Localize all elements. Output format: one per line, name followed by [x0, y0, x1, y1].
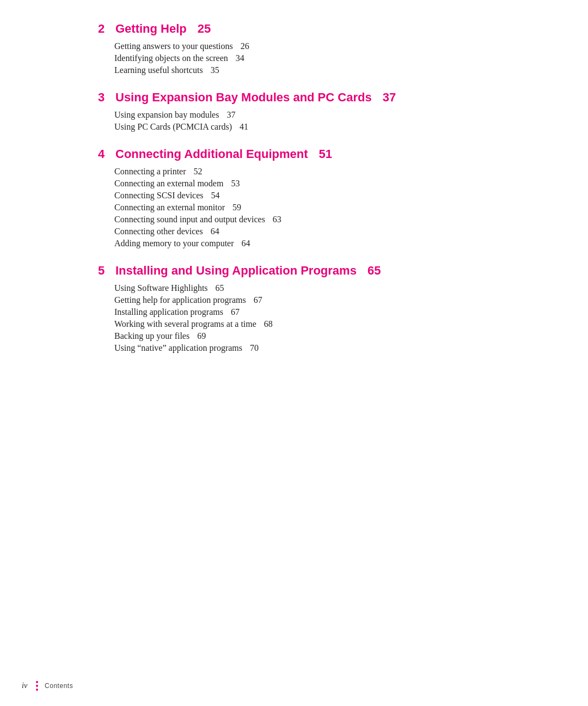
page-footer: iv Contents	[22, 681, 73, 691]
toc-entry: Getting help for application programs67	[114, 295, 534, 305]
toc-entry-text: Connecting a printer	[114, 167, 186, 176]
chapter-section-3: 3Using Expansion Bay Modules and PC Card…	[98, 90, 534, 132]
toc-entry-text: Identifying objects on the screen	[114, 53, 228, 63]
chapter-page-5: 65	[367, 264, 381, 278]
toc-entry: Using PC Cards (PCMCIA cards)41	[114, 122, 534, 132]
toc-entry-page: 41	[240, 122, 248, 132]
page-content: 2Getting Help25Getting answers to your q…	[98, 22, 534, 368]
toc-entry-text: Installing application programs	[114, 307, 223, 317]
chapter-heading-5: 5Installing and Using Application Progra…	[98, 264, 534, 278]
chapter-title-4: Connecting Additional Equipment	[115, 147, 308, 161]
footer-dots-decoration	[36, 681, 38, 691]
toc-entry-page: 59	[232, 203, 241, 212]
toc-entry: Adding memory to your computer64	[114, 239, 534, 248]
toc-entry-text: Getting answers to your questions	[114, 41, 233, 51]
chapter-title-3: Using Expansion Bay Modules and PC Cards	[115, 90, 372, 105]
toc-entry-page: 54	[211, 191, 220, 200]
toc-entry-page: 63	[273, 215, 281, 224]
toc-entry-page: 64	[242, 239, 250, 248]
toc-entry: Learning useful shortcuts35	[114, 65, 534, 75]
toc-entry-page: 65	[216, 283, 224, 293]
toc-entry: Connecting other devices64	[114, 227, 534, 236]
toc-entry: Backing up your files69	[114, 331, 534, 341]
toc-entries-chapter-5: Using Software Highlights65Getting help …	[114, 283, 534, 353]
toc-entry-page: 34	[236, 53, 244, 63]
toc-entry-page: 37	[226, 110, 235, 120]
toc-entries-chapter-4: Connecting a printer52Connecting an exte…	[114, 167, 534, 248]
toc-entry-page: 67	[254, 295, 262, 305]
toc-entry: Connecting an external monitor59	[114, 203, 534, 212]
toc-entry-text: Connecting an external monitor	[114, 203, 225, 212]
toc-entry-text: Connecting other devices	[114, 227, 203, 236]
toc-entries-chapter-2: Getting answers to your questions26Ident…	[114, 41, 534, 75]
toc-entry: Connecting SCSI devices54	[114, 191, 534, 200]
footer-dot-2	[36, 685, 38, 687]
toc-entry-text: Learning useful shortcuts	[114, 65, 203, 75]
toc-entry-page: 53	[231, 179, 240, 188]
toc-entry: Connecting an external modem53	[114, 179, 534, 188]
toc-entry-page: 70	[250, 343, 259, 353]
toc-entry: Working with several programs at a time6…	[114, 319, 534, 329]
chapter-number-2: 2	[98, 22, 109, 36]
toc-entry: Using expansion bay modules37	[114, 110, 534, 120]
footer-dot-1	[36, 681, 38, 683]
toc-entry-page: 64	[211, 227, 219, 236]
chapter-title-2: Getting Help	[115, 22, 187, 36]
chapter-section-5: 5Installing and Using Application Progra…	[98, 264, 534, 353]
chapter-number-4: 4	[98, 147, 109, 161]
toc-entry-text: Adding memory to your computer	[114, 239, 234, 248]
toc-entry-text: Connecting an external modem	[114, 179, 223, 188]
toc-entry-text: Backing up your files	[114, 331, 189, 341]
toc-entry-text: Using PC Cards (PCMCIA cards)	[114, 122, 232, 132]
toc-entry: Using Software Highlights65	[114, 283, 534, 293]
toc-entry: Installing application programs67	[114, 307, 534, 317]
toc-entry-text: Connecting sound input and output device…	[114, 215, 265, 224]
footer-page-number: iv	[22, 681, 27, 690]
chapter-number-3: 3	[98, 90, 109, 105]
toc-entry-text: Using Software Highlights	[114, 283, 208, 293]
toc-entry-page: 67	[231, 307, 240, 317]
toc-entry-text: Using expansion bay modules	[114, 110, 219, 120]
chapter-page-4: 51	[319, 147, 332, 161]
toc-entry: Connecting sound input and output device…	[114, 215, 534, 224]
toc-entry-text: Getting help for application programs	[114, 295, 246, 305]
toc-entry-text: Working with several programs at a time	[114, 319, 256, 329]
chapter-section-2: 2Getting Help25Getting answers to your q…	[98, 22, 534, 75]
toc-entry-page: 26	[241, 41, 249, 51]
toc-entry-page: 68	[264, 319, 273, 329]
chapter-page-2: 25	[198, 22, 211, 36]
toc-entry: Connecting a printer52	[114, 167, 534, 176]
chapter-heading-2: 2Getting Help25	[98, 22, 534, 36]
toc-entry-page: 35	[211, 65, 219, 75]
chapter-page-3: 37	[383, 90, 396, 105]
toc-entry-text: Using “native” application programs	[114, 343, 242, 353]
footer-dot-3	[36, 689, 38, 691]
toc-entry-text: Connecting SCSI devices	[114, 191, 204, 200]
chapter-heading-4: 4Connecting Additional Equipment51	[98, 147, 534, 161]
chapter-heading-3: 3Using Expansion Bay Modules and PC Card…	[98, 90, 534, 105]
toc-entry: Using “native” application programs70	[114, 343, 534, 353]
toc-entry: Identifying objects on the screen34	[114, 53, 534, 63]
chapter-number-5: 5	[98, 264, 109, 278]
toc-entry-page: 52	[194, 167, 203, 176]
toc-entry-page: 69	[197, 331, 206, 341]
toc-entries-chapter-3: Using expansion bay modules37Using PC Ca…	[114, 110, 534, 132]
toc-entry: Getting answers to your questions26	[114, 41, 534, 51]
footer-label: Contents	[45, 682, 73, 690]
chapter-title-5: Installing and Using Application Program…	[115, 264, 357, 278]
chapter-section-4: 4Connecting Additional Equipment51Connec…	[98, 147, 534, 248]
